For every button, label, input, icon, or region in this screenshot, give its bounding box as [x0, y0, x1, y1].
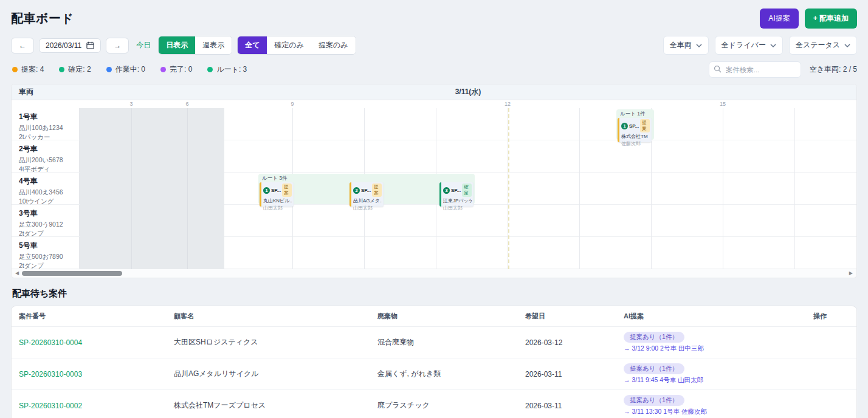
calendar-icon	[86, 41, 94, 49]
toolbar: ← 2026/03/11 → 今日 日表示 週表示 全て 確定のみ 提案のみ 全…	[11, 36, 857, 55]
card-driver: 山田太郎	[353, 205, 382, 211]
date-cell: 2026-03-11	[518, 358, 616, 390]
vehicle-plate: 足立300う9012	[19, 220, 72, 229]
scroll-right-icon[interactable]: ▶	[849, 271, 853, 276]
search-icon	[714, 65, 722, 73]
next-day-button[interactable]: →	[106, 38, 129, 53]
col-customer: 顧客名	[167, 306, 370, 327]
route-group-vehicle-1: ルート 1件 1 SP... 提案 株式会社TM 佐藤次郎	[616, 109, 654, 140]
legend-item-proposal: 提案: 4	[12, 64, 44, 75]
date-cell: 2026-03-12	[518, 327, 616, 358]
gridline	[723, 108, 723, 269]
date-input[interactable]: 2026/03/11	[39, 38, 101, 53]
card-driver: 山田太郎	[443, 205, 472, 211]
legend-item-confirmed: 確定: 2	[59, 64, 91, 75]
gridline	[579, 108, 580, 269]
chevron-down-icon	[770, 44, 776, 47]
timeline-grid-overlay: ルート 1件 1 SP... 提案 株式会社TM 佐藤次郎 ルート 3件	[80, 108, 856, 269]
col-waste: 廃棄物	[370, 306, 518, 327]
day-view-button[interactable]: 日表示	[159, 36, 195, 54]
card-customer: 江東JPパッケ...	[443, 197, 472, 204]
route-group-label: ルート 1件	[616, 109, 654, 118]
filter-all-button[interactable]: 全て	[238, 36, 267, 54]
chevron-down-icon	[844, 44, 850, 47]
proposal-detail-link[interactable]: → 3/12 9:00 2号車 田中三郎	[624, 344, 799, 353]
status-filter-dropdown[interactable]: 全ステータス	[789, 36, 857, 55]
legend-item-done: 完了: 0	[160, 64, 192, 75]
legend-label: 提案: 4	[21, 64, 44, 75]
vehicle-column-header: 車両	[12, 87, 80, 97]
pending-section-title: 配車待ち案件	[12, 288, 857, 300]
proposal-badge: 提案あり（1件）	[624, 363, 684, 374]
proposal-detail-link[interactable]: → 3/11 13:30 1号車 佐藤次郎	[624, 408, 799, 416]
ai-proposal-cell: 提案あり（1件） → 3/11 13:30 1号車 佐藤次郎	[616, 390, 806, 418]
dispatch-card[interactable]: 2 SP... 提案 品川AGメタ... 山田太郎	[350, 182, 384, 207]
vehicle-name: 1号車	[19, 112, 72, 122]
scrollbar-thumb[interactable]	[22, 271, 122, 276]
dispatch-card[interactable]: 3 SP... 確定 江東JPパッケ... 山田太郎	[439, 182, 474, 207]
card-driver: 山田太郎	[263, 205, 292, 211]
status-filter-label: 全ステータス	[796, 40, 840, 50]
dispatch-card[interactable]: 1 SP... 提案 丸山KNビル... 山田太郎	[260, 182, 294, 207]
scroll-left-icon[interactable]: ◀	[15, 271, 19, 276]
vehicle-cell: 4号車 品川400え3456 10tウイング	[12, 173, 80, 204]
table-row: SP-20260310-0002 株式会社TMフーズプロセス 廃プラスチック 2…	[12, 390, 856, 418]
vehicle-name: 2号車	[19, 144, 72, 154]
legend-dot	[12, 67, 18, 72]
add-dispatch-button[interactable]: + 配車追加	[805, 9, 857, 29]
actions-cell	[806, 327, 856, 358]
legend-label: 確定: 2	[68, 64, 91, 75]
filter-proposed-button[interactable]: 提案のみ	[311, 36, 356, 54]
timeline-header: 車両 3/11(水)	[12, 84, 856, 100]
driver-filter-dropdown[interactable]: 全ドライバー	[715, 36, 783, 55]
week-view-button[interactable]: 週表示	[195, 36, 232, 54]
actions-cell	[806, 390, 856, 418]
card-status-badge: 提案	[282, 183, 292, 197]
view-toggle: 日表示 週表示	[158, 36, 232, 55]
prev-day-button[interactable]: ←	[11, 38, 34, 53]
route-group-label: ルート 3件	[258, 174, 475, 182]
actions-cell	[806, 358, 856, 390]
table-header-row: 案件番号 顧客名 廃棄物 希望日 AI提案 操作	[12, 306, 856, 327]
top-actions: AI提案 + 配車追加	[760, 9, 857, 29]
time-tick: 3	[129, 101, 133, 107]
vehicle-filter-label: 全車両	[670, 40, 692, 50]
proposal-badge: 提案あり（1件）	[624, 395, 684, 406]
vehicle-filter-dropdown[interactable]: 全車両	[663, 36, 709, 55]
waste-cell: 金属くず, がれき類	[370, 358, 518, 390]
night-hours-block	[80, 108, 224, 269]
legend-label: 作業中: 0	[115, 64, 145, 75]
dispatch-board-app: 配車ボード AI提案 + 配車追加 ← 2026/03/11 → 今日 日表示 …	[0, 0, 868, 418]
proposal-detail-link[interactable]: → 3/11 9:45 4号車 山田太郎	[624, 376, 799, 385]
case-id-link[interactable]: SP-20260310-0002	[19, 402, 82, 410]
card-case-code: SP...	[361, 188, 371, 193]
timeline-panel: 車両 3/11(水) 3 6 9 12 15 1号車 品川100あ1234 2t…	[11, 84, 857, 278]
waste-cell: 混合廃棄物	[370, 327, 518, 358]
legend-bar: 提案: 4 確定: 2 作業中: 0 完了: 0 ルート: 3 空き車両: 2 …	[11, 61, 857, 78]
dispatch-card[interactable]: 1 SP... 提案 株式会社TM 佐藤次郎	[618, 118, 652, 142]
timeline-scrollbar: ◀ ▶	[12, 269, 856, 278]
legend-label: 完了: 0	[170, 64, 192, 75]
chevron-down-icon	[696, 44, 702, 47]
vehicle-cell: 1号車 品川100あ1234 2tパッカー	[12, 108, 80, 140]
customer-cell: 大田区SHロジスティクス	[167, 327, 370, 358]
vehicle-cell: 2号車 品川200い5678 4t平ボディ	[12, 140, 80, 172]
today-button[interactable]: 今日	[134, 37, 153, 53]
case-id-link[interactable]: SP-20260310-0003	[19, 370, 82, 379]
case-id-link[interactable]: SP-20260310-0004	[19, 338, 82, 347]
date-value: 2026/03/11	[46, 41, 81, 50]
filter-confirmed-button[interactable]: 確定のみ	[267, 36, 311, 54]
card-status-badge: 提案	[640, 119, 650, 132]
case-search-input[interactable]	[709, 61, 801, 78]
card-status-badge: 確定	[462, 183, 472, 197]
driver-filter-label: 全ドライバー	[722, 40, 766, 50]
vehicle-name: 4号車	[19, 176, 72, 187]
gridline	[794, 108, 795, 269]
status-filter-toggle: 全て 確定のみ 提案のみ	[237, 36, 356, 55]
route-sequence-badge: 3	[443, 187, 450, 194]
vehicle-plate: 品川100あ1234	[19, 123, 72, 132]
col-case-id: 案件番号	[12, 306, 167, 327]
ai-proposal-button[interactable]: AI提案	[760, 9, 798, 29]
route-sequence-badge: 2	[353, 187, 360, 194]
card-customer: 株式会社TM	[621, 133, 650, 140]
